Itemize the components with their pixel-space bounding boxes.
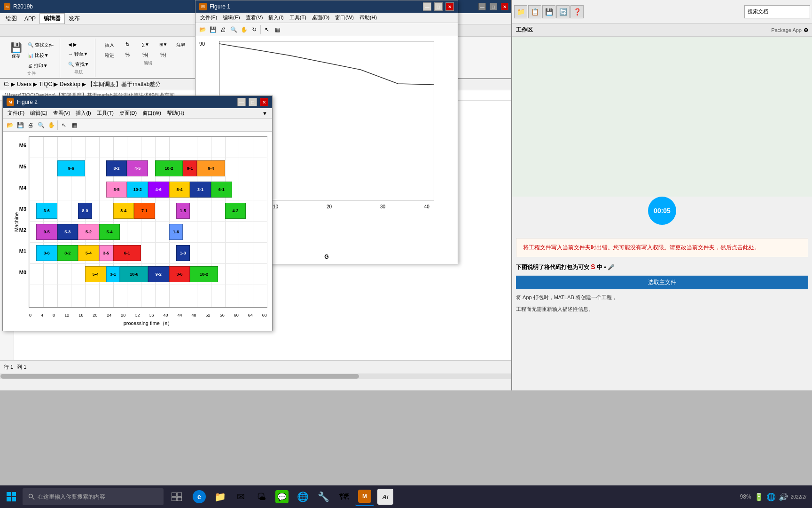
pct-btn[interactable]: % [119, 51, 136, 60]
fig2-menu-window[interactable]: 窗口(W) [140, 109, 164, 118]
windows-taskbar: 在这里输入你要搜索的内容 e 📁 ✉ [0, 485, 812, 508]
menu-publish[interactable]: 发布 [65, 14, 84, 24]
tool-app[interactable]: 🔧 [314, 487, 333, 506]
fig2-menu-help[interactable]: 帮助(H) [164, 109, 187, 118]
scope-btn[interactable]: %{ [137, 51, 154, 60]
taskview-button[interactable] [167, 487, 186, 506]
weather-app[interactable]: 🌤 [252, 487, 271, 506]
svg-rect-7 [177, 492, 182, 496]
edge-app[interactable]: e [190, 487, 209, 506]
fx-btn[interactable]: fx [119, 40, 136, 50]
fig1-menu-tools[interactable]: 工具(T) [287, 13, 309, 22]
menu-app[interactable]: APP [21, 15, 39, 23]
fig2-tb-annotate[interactable]: ▦ [69, 120, 79, 130]
fig1-tb-open[interactable]: 📂 [197, 24, 208, 35]
file-actions: 🔍 查找文件 📊 比较▼ 🖨 打印▼ [25, 40, 56, 71]
expand-icon[interactable]: ⊕ [804, 27, 808, 33]
rb-btn3[interactable]: 💾 [542, 5, 555, 18]
app7[interactable]: 🗺 [335, 487, 353, 506]
fig2-menu-edit[interactable]: 编辑(E) [27, 109, 50, 118]
wechat-app[interactable]: 💬 [273, 487, 291, 506]
x-tick-60: 60 [234, 313, 239, 318]
mail-app[interactable]: ✉ [231, 487, 250, 506]
fig1-menu-help[interactable]: 帮助(H) [357, 13, 380, 22]
fig1-menu-insert[interactable]: 插入(I) [265, 13, 286, 22]
fig2-tb-open[interactable]: 📂 [5, 120, 15, 130]
fig2-menu-file[interactable]: 文件(F) [5, 109, 27, 118]
bar-m4-6-1: 6-1 [211, 182, 232, 198]
fig1-menu-view[interactable]: 查看(V) [243, 13, 266, 22]
bar-m5-4-5: 4-5 [127, 160, 148, 176]
taskbar-search-box[interactable]: 在这里输入你要搜索的内容 [23, 488, 164, 505]
windows-logo-icon [7, 492, 16, 501]
fig2-close[interactable]: ✕ [260, 98, 268, 106]
fig1-menu-edit[interactable]: 编辑(E) [220, 13, 243, 22]
fig1-tb-print[interactable]: 🖨 [218, 24, 228, 35]
comment-btn[interactable]: 注释 [172, 40, 189, 50]
compare-btn[interactable]: 📊 比较▼ [25, 51, 56, 60]
close-button[interactable]: ✕ [501, 3, 508, 10]
fig2-menu-expand[interactable]: ▼ [259, 110, 270, 117]
volume-icon: 🔊 [779, 492, 788, 501]
browser2-app[interactable]: 🌐 [293, 487, 312, 506]
right-panel: 📁 📋 💾 🔄 ❓ 搜索文档 工作区 Package App ⊕ 00:05 [511, 0, 812, 390]
fig1-close[interactable]: ✕ [445, 2, 454, 11]
fig2-maximize[interactable]: □ [249, 98, 257, 106]
highlight-s: S [591, 263, 595, 270]
fig1-menu-window[interactable]: 窗口(W) [332, 13, 357, 22]
formula-btn[interactable]: ∑▼ [137, 40, 154, 50]
fig1-tb-save[interactable]: 💾 [208, 24, 218, 35]
menu-plot[interactable]: 绘图 [2, 14, 21, 24]
maximize-button[interactable]: □ [490, 3, 497, 10]
bar-m1-5-4: 5-4 [78, 245, 99, 261]
fig2-minimize[interactable]: — [237, 98, 246, 106]
rb-btn1[interactable]: 📁 [514, 5, 527, 18]
rb-btn5[interactable]: ❓ [570, 5, 584, 18]
rb-btn4[interactable]: 🔄 [556, 5, 570, 18]
explorer-app[interactable]: 📁 [211, 487, 229, 506]
scrollbar[interactable] [0, 373, 512, 379]
workspace-title: 工作区 [516, 26, 533, 34]
fig1-tb-annotate[interactable]: ▦ [272, 24, 282, 35]
fig1-tb-zoom[interactable]: 🔍 [228, 24, 239, 35]
fig2-menu-desktop[interactable]: 桌面(D) [117, 109, 140, 118]
shrink-btn[interactable]: 缩进 [101, 51, 118, 60]
save-label: 保存 [12, 53, 20, 59]
x-tick-64: 64 [248, 313, 253, 318]
fig2-tb-print[interactable]: 🖨 [25, 120, 36, 130]
select-main-file-btn[interactable]: 选取主文件 [516, 276, 808, 289]
menu-editor[interactable]: 编辑器 [39, 13, 65, 24]
minimize-button[interactable]: — [478, 3, 486, 10]
fig1-menu-file[interactable]: 文件(F) [197, 13, 220, 22]
svg-line-5 [32, 498, 34, 500]
save-button[interactable]: 💾 保存 [8, 40, 24, 71]
rb-btn2[interactable]: 📋 [528, 5, 541, 18]
fig1-tb-rotate[interactable]: ↻ [249, 24, 259, 35]
app7-icon: 🗺 [337, 490, 351, 503]
fig1-minimize[interactable]: — [423, 2, 431, 11]
find-files-btn[interactable]: 🔍 查找文件 [25, 40, 56, 50]
fig2-tb-select[interactable]: ↖ [59, 120, 69, 130]
back-btn[interactable]: ◀ ▶ [66, 40, 92, 48]
print-btn[interactable]: 🖨 打印▼ [25, 61, 56, 71]
start-button[interactable] [0, 485, 23, 508]
fig1-menu-desktop[interactable]: 桌面(D) [309, 13, 332, 22]
insert-btn[interactable]: 插入 [101, 40, 118, 50]
scopeclose-btn[interactable]: %} [155, 51, 172, 60]
goto-btn[interactable]: → 转至▼ [66, 49, 92, 59]
fig2-tb-pan[interactable]: ✋ [46, 120, 56, 130]
search-docs[interactable]: 搜索文档 [744, 5, 810, 18]
fig2-menu-insert[interactable]: 插入(I) [73, 109, 94, 118]
fig2-menu-view[interactable]: 查看(V) [50, 109, 73, 118]
indent-btn[interactable]: ⊞▼ [155, 40, 172, 50]
matlab-taskbar-app[interactable]: M [355, 487, 374, 506]
fig1-tb-pan[interactable]: ✋ [239, 24, 249, 35]
find-btn[interactable]: 🔍 查找▼ [66, 60, 92, 69]
fig2-menu-tools[interactable]: 工具(T) [94, 109, 117, 118]
fig2-tb-zoom[interactable]: 🔍 [36, 120, 46, 130]
fig1-maximize[interactable]: □ [434, 2, 443, 11]
ai-app[interactable]: Ai [376, 487, 395, 506]
x-tick-56: 56 [220, 313, 225, 318]
fig1-tb-select[interactable]: ↖ [262, 24, 272, 35]
fig2-tb-save[interactable]: 💾 [15, 120, 25, 130]
